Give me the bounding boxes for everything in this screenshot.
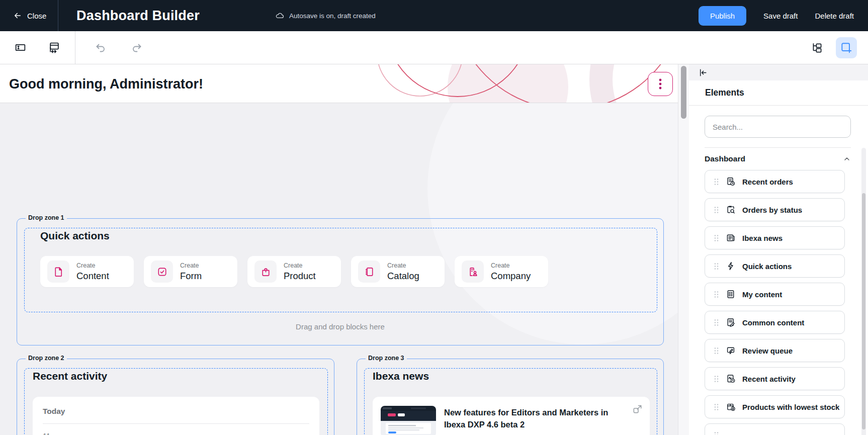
window-resize-icon[interactable] — [47, 40, 61, 55]
create-prefix: Create — [284, 262, 316, 269]
product-clock-icon — [726, 402, 736, 412]
drop-zone-1[interactable]: Drop zone 1 Quick actions Create Content — [17, 218, 664, 345]
document-clock-icon — [726, 177, 736, 187]
element-label: Recent activity — [742, 375, 796, 383]
publish-button[interactable]: Publish — [699, 6, 746, 26]
create-catalog-label: Catalog — [387, 271, 419, 282]
drag-handle-icon[interactable] — [714, 290, 719, 299]
drag-handle-icon[interactable] — [714, 206, 719, 214]
drag-handle-icon[interactable] — [714, 262, 719, 271]
comment-pencil-icon — [726, 345, 736, 356]
close-button[interactable]: Close — [0, 0, 58, 31]
lightning-icon — [726, 261, 736, 271]
drag-handle-icon[interactable] — [714, 375, 719, 383]
divider — [705, 147, 851, 148]
dashboard-preview: Good morning, Administrator! Drop zone 1… — [0, 64, 678, 435]
element-partial-next[interactable] — [705, 423, 845, 435]
undo-redo-group — [94, 41, 144, 55]
element-recent-activity[interactable]: Recent activity — [705, 367, 845, 390]
element-label: Orders by status — [742, 206, 802, 214]
delete-draft-button[interactable]: Delete draft — [815, 12, 854, 20]
search-input[interactable] — [705, 116, 851, 138]
input-field-icon[interactable] — [13, 40, 28, 55]
news-thumbnail — [381, 406, 436, 435]
drop-zone-2-label: Drop zone 2 — [26, 355, 67, 362]
create-prefix: Create — [76, 262, 109, 269]
recent-activity-title: Recent activity — [33, 370, 107, 382]
save-draft-button[interactable]: Save draft — [763, 12, 798, 20]
chevron-up-icon — [843, 155, 851, 163]
activity-entry: 11 seconds ago AUAdministrator User crea… — [43, 430, 309, 435]
element-orders-by-status[interactable]: Orders by status — [705, 198, 845, 221]
back-arrow-icon — [13, 11, 22, 20]
kebab-menu-icon — [659, 78, 662, 90]
drop-zone-3-label: Drop zone 3 — [366, 355, 407, 362]
dashboard-header: Good morning, Administrator! — [0, 64, 678, 103]
create-form-card[interactable]: Create Form — [144, 256, 237, 287]
drag-handle-icon[interactable] — [714, 431, 719, 435]
element-label: Quick actions — [742, 262, 792, 271]
element-label: Review queue — [742, 346, 793, 355]
dashboard-options-button[interactable] — [648, 72, 673, 96]
quick-actions-row: Create Content Create Form — [40, 256, 548, 287]
sidebar-scrollbar-thumb[interactable] — [862, 193, 865, 429]
drag-handle-icon[interactable] — [714, 403, 719, 411]
undo-icon[interactable] — [94, 41, 108, 55]
app-title: Dashboard Builder — [76, 8, 200, 24]
element-label: Ibexa news — [742, 234, 783, 242]
elements-title: Elements — [689, 80, 868, 106]
create-product-label: Product — [284, 271, 316, 282]
newspaper-icon — [726, 233, 736, 243]
ibexa-news-title: Ibexa news — [373, 370, 429, 382]
element-quick-actions[interactable]: Quick actions — [705, 254, 845, 278]
element-label: Products with lowest stock — [742, 403, 839, 411]
dashboard-section-toggle[interactable]: Dashboard — [705, 154, 851, 163]
element-common-content[interactable]: Common content — [705, 311, 845, 334]
drag-handle-icon[interactable] — [714, 178, 719, 186]
activity-group-label: Today — [43, 407, 309, 416]
greeting-title: Good morning, Administrator! — [9, 76, 203, 92]
element-label: Recent orders — [742, 178, 793, 186]
element-ibexa-news[interactable]: Ibexa news — [705, 226, 845, 249]
create-form-label: Form — [180, 271, 202, 282]
drop-zone-3[interactable]: Drop zone 3 Ibexa news New features f — [357, 359, 664, 435]
element-review-queue[interactable]: Review queue — [705, 339, 845, 362]
create-prefix: Create — [387, 262, 419, 269]
checkbox-icon — [151, 260, 173, 283]
collapse-panel-icon[interactable] — [697, 67, 709, 78]
news-item[interactable]: New features for Editors and Marketers i… — [373, 397, 650, 435]
news-item-title: New features for Editors and Marketers i… — [444, 407, 642, 431]
panel-collapse-bar — [689, 64, 868, 80]
redo-icon[interactable] — [130, 41, 144, 55]
drag-handle-icon[interactable] — [714, 234, 719, 242]
main-scrollbar — [678, 64, 689, 435]
element-my-content[interactable]: My content — [705, 283, 845, 306]
toolbar-left-group — [0, 31, 75, 64]
decorative-circles — [352, 64, 678, 103]
create-catalog-card[interactable]: Create Catalog — [351, 256, 445, 287]
element-label: Common content — [742, 318, 804, 327]
product-bag-icon — [254, 260, 277, 283]
create-content-card[interactable]: Create Content — [40, 256, 134, 287]
drag-handle-icon[interactable] — [714, 318, 719, 327]
create-company-card[interactable]: Create Company — [455, 256, 548, 287]
activity-timestamp: 11 seconds ago — [43, 430, 74, 435]
square-plus-icon — [840, 41, 853, 54]
drop-zone-2[interactable]: Drop zone 2 Recent activity Today 11 sec… — [17, 359, 334, 435]
clipboard-search-icon — [726, 205, 736, 215]
drag-handle-icon[interactable] — [714, 346, 719, 355]
element-recent-orders[interactable]: Recent orders — [705, 170, 845, 193]
element-products-lowest-stock[interactable]: Products with lowest stock — [705, 395, 845, 418]
autosave-text: Autosave is on, draft created — [289, 12, 376, 20]
elements-panel: Elements Dashboard Recent orders Orders … — [689, 64, 868, 435]
quick-actions-title: Quick actions — [40, 230, 110, 242]
add-element-button[interactable] — [836, 37, 857, 58]
structure-tree-icon[interactable] — [810, 40, 825, 55]
main-scrollbar-thumb[interactable] — [681, 66, 686, 119]
notebook-icon — [358, 260, 380, 283]
create-prefix: Create — [180, 262, 202, 269]
create-product-card[interactable]: Create Product — [247, 256, 341, 287]
create-company-label: Company — [491, 271, 531, 282]
external-link-icon[interactable] — [632, 404, 643, 414]
top-navbar: Close Dashboard Builder Autosave is on, … — [0, 0, 868, 31]
